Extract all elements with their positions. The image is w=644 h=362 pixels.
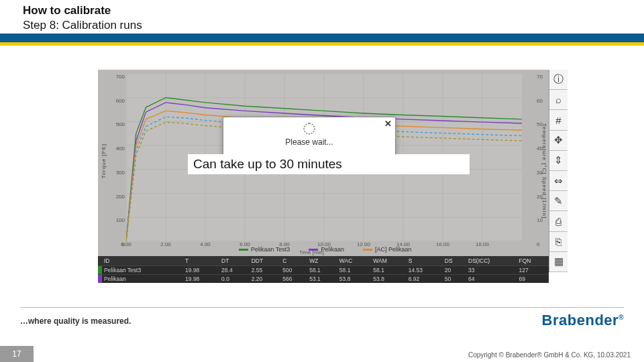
export-icon[interactable]: ⎘ bbox=[549, 232, 568, 252]
brand-logo: Brabender® bbox=[542, 312, 624, 329]
accent-bar bbox=[0, 34, 644, 46]
col-DDT: DDT bbox=[250, 256, 281, 266]
col-DT: DT bbox=[219, 256, 250, 266]
apps-icon[interactable]: ▦ bbox=[549, 252, 568, 272]
chart-toolbar: ⓘ⌕#✥⇕⇔✎⎙⎘▦ bbox=[549, 70, 568, 272]
table-row: Pelikaan Test319.9828.42.5550058.158.158… bbox=[98, 266, 549, 275]
col-DS: DS bbox=[443, 256, 466, 266]
y-ticks-right: 010203040506070 bbox=[535, 72, 547, 240]
chart-legend: Pelikaan Test3Pelikaan[AC] Pelikaan bbox=[239, 244, 521, 255]
zoom-icon[interactable]: ⌕ bbox=[549, 90, 568, 110]
table-row: Pelikaan19.980.02.2056653.153.853.86.925… bbox=[98, 275, 549, 284]
page-number: 17 bbox=[0, 346, 34, 362]
copyright-text: Copyright © Brabender® GmbH & Co. KG, 10… bbox=[468, 351, 631, 359]
col-ID: ID bbox=[102, 256, 183, 266]
results-table: IDTDTDDTCWZWACWAMSDSDS(ICC)FQN Pelikaan … bbox=[98, 256, 549, 283]
legend-item: Pelikaan Test3 bbox=[239, 244, 290, 255]
slide-title: How to calibrate bbox=[23, 4, 644, 17]
slogan-text: …where quality is measured. bbox=[20, 316, 131, 326]
zoom-y-icon[interactable]: ⇕ bbox=[549, 151, 568, 171]
table-header-row: IDTDTDDTCWZWACWAMSDSDS(ICC)FQN bbox=[98, 256, 549, 266]
legend-item: Pelikaan bbox=[309, 244, 344, 255]
spinner-icon bbox=[303, 123, 315, 135]
cursor-icon[interactable]: ✥ bbox=[549, 131, 568, 151]
slide-subtitle: Step 8: Calibration runs bbox=[23, 19, 644, 32]
col-WAC: WAC bbox=[337, 256, 372, 266]
print-icon[interactable]: ⎙ bbox=[549, 211, 568, 231]
y-ticks-left: 0100200300400500600700 bbox=[114, 72, 126, 240]
y-axis-left-label: Torque [FE] bbox=[101, 143, 107, 178]
col-T: T bbox=[183, 256, 219, 266]
callout-text: Can take up to 30 minutes bbox=[188, 154, 470, 174]
col-DS(ICC): DS(ICC) bbox=[466, 256, 517, 266]
info-icon[interactable]: ⓘ bbox=[549, 70, 568, 90]
footer-divider bbox=[20, 307, 624, 308]
grid-icon[interactable]: # bbox=[549, 110, 568, 130]
legend-item: [AC] Pelikaan bbox=[363, 244, 412, 255]
col-S: S bbox=[407, 256, 443, 266]
edit-icon[interactable]: ✎ bbox=[549, 191, 568, 211]
close-icon[interactable]: ✕ bbox=[384, 119, 392, 129]
col-WAM: WAM bbox=[371, 256, 406, 266]
please-wait-text: Please wait... bbox=[223, 137, 395, 147]
col-C: C bbox=[280, 256, 307, 266]
please-wait-dialog: ✕ Please wait... bbox=[223, 117, 396, 157]
col-FQN: FQN bbox=[517, 256, 549, 266]
col-WZ: WZ bbox=[307, 256, 337, 266]
zoom-x-icon[interactable]: ⇔ bbox=[549, 171, 568, 191]
